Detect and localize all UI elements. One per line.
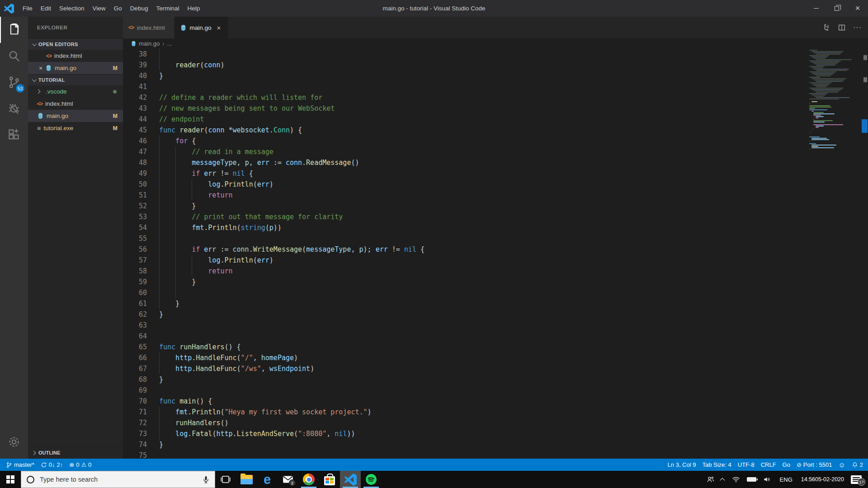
line-number[interactable]: 61 (123, 298, 147, 309)
line-number[interactable]: 58 (123, 266, 147, 277)
line-number[interactable]: 56 (123, 244, 147, 255)
code-line-65[interactable]: 65func runHandlers() { (123, 342, 868, 352)
file-item--vscode[interactable]: .vscode (28, 85, 123, 98)
code-line-68[interactable]: 68} (123, 374, 868, 385)
code-line-64[interactable]: 64 (123, 331, 868, 342)
line-number[interactable]: 41 (123, 81, 147, 92)
people-button[interactable] (703, 471, 718, 488)
code-line-63[interactable]: 63 (123, 320, 868, 331)
code-line-57[interactable]: 57log.Println(err) (123, 255, 868, 266)
menu-help[interactable]: Help (183, 0, 204, 17)
line-number[interactable]: 60 (123, 287, 147, 298)
search-input[interactable] (40, 476, 189, 483)
line-number[interactable]: 43 (123, 103, 147, 114)
code-line-72[interactable]: 72runHandlers() (123, 418, 868, 428)
tab-close-icon[interactable]: × (215, 23, 223, 33)
code-line-47[interactable]: 47// read in a message (123, 146, 868, 157)
line-number[interactable]: 69 (123, 385, 147, 396)
close-editor-icon[interactable]: × (37, 65, 44, 72)
code-line-39[interactable]: 39reader(conn) (123, 60, 868, 70)
eol-item[interactable]: CRLF (758, 459, 779, 471)
line-number[interactable]: 73 (123, 428, 147, 439)
menu-go[interactable]: Go (110, 0, 126, 17)
line-number[interactable]: 64 (123, 331, 147, 342)
extensions-activity-button[interactable] (0, 122, 28, 148)
menu-debug[interactable]: Debug (126, 0, 152, 17)
line-number[interactable]: 67 (123, 363, 147, 374)
code-line-58[interactable]: 58return (123, 266, 868, 277)
line-number[interactable]: 44 (123, 114, 147, 125)
taskbar-search[interactable] (21, 471, 215, 488)
start-button[interactable] (0, 471, 21, 488)
line-number[interactable]: 66 (123, 352, 147, 363)
tab-size-item[interactable]: Tab Size: 4 (699, 459, 734, 471)
code-line-67[interactable]: 67http.HandleFunc("/ws", wsEndpoint) (123, 363, 868, 374)
breadcrumb[interactable]: main.go › ... (123, 38, 868, 49)
breadcrumb-symbol[interactable]: ... (167, 40, 172, 47)
line-number[interactable]: 50 (123, 179, 147, 190)
line-number[interactable]: 40 (123, 70, 147, 81)
editor-scrollbar[interactable] (860, 49, 868, 459)
file-item-index-html[interactable]: <>index.html (28, 50, 123, 62)
live-server-port-item[interactable]: ⊘ Port : 5501 (793, 459, 835, 471)
line-number[interactable]: 75 (123, 450, 147, 459)
code-line-38[interactable]: 38 (123, 49, 868, 60)
breadcrumb-file[interactable]: main.go (139, 40, 160, 47)
code-line-48[interactable]: 48messageType, p, err := conn.ReadMessag… (123, 157, 868, 168)
line-number[interactable]: 55 (123, 233, 147, 244)
file-item-main-go[interactable]: ×main.goM (28, 62, 123, 74)
folder-section-header[interactable]: TUTORIAL (28, 74, 123, 85)
code-line-71[interactable]: 71fmt.Println("Heya my first web socket … (123, 407, 868, 418)
debug-activity-button[interactable] (0, 95, 28, 122)
problems-item[interactable]: ⊗ 0 ⚠ 0 (66, 459, 94, 471)
more-actions-icon[interactable]: ··· (853, 23, 862, 32)
line-number[interactable]: 63 (123, 320, 147, 331)
line-number[interactable]: 65 (123, 342, 147, 352)
explorer-activity-button[interactable] (0, 17, 28, 43)
cursor-position-item[interactable]: Ln 3, Col 9 (665, 459, 699, 471)
code-line-70[interactable]: 70func main() { (123, 396, 868, 407)
input-language-button[interactable]: ENG (775, 471, 797, 488)
settings-gear-button[interactable] (0, 429, 28, 455)
line-number[interactable]: 46 (123, 136, 147, 146)
code-line-74[interactable]: 74} (123, 439, 868, 450)
line-number[interactable]: 39 (123, 60, 147, 70)
line-number[interactable]: 70 (123, 396, 147, 407)
file-item-main-go[interactable]: main.goM (28, 110, 123, 122)
microphone-icon[interactable] (202, 475, 210, 484)
line-number[interactable]: 38 (123, 49, 147, 60)
menu-view[interactable]: View (89, 0, 110, 17)
code-line-60[interactable]: 60 (123, 287, 868, 298)
volume-button[interactable] (760, 471, 775, 488)
file-explorer-button[interactable] (236, 471, 257, 488)
code-line-56[interactable]: 56if err := conn.WriteMessage(messageTyp… (123, 244, 868, 255)
vscode-taskbar-button[interactable] (340, 471, 361, 488)
minimap[interactable] (809, 49, 860, 459)
code-line-43[interactable]: 43// new messages being sent to our WebS… (123, 103, 868, 114)
language-mode-item[interactable]: Go (779, 459, 793, 471)
clock-button[interactable]: 14:56 05-02-2020 (797, 471, 848, 488)
code-line-54[interactable]: 54fmt.Println(string(p)) (123, 222, 868, 233)
line-number[interactable]: 68 (123, 374, 147, 385)
tab-index-html[interactable]: <> index.html (123, 17, 175, 38)
restore-button[interactable] (826, 0, 847, 17)
code-line-73[interactable]: 73log.Fatal(http.ListenAndServe(":8080",… (123, 428, 868, 439)
sync-changes-item[interactable]: 0↓ 2↑ (38, 459, 66, 471)
chrome-button[interactable] (298, 471, 319, 488)
feedback-item[interactable]: ☺ (835, 459, 848, 471)
open-changes-icon[interactable] (822, 23, 830, 32)
outline-header[interactable]: OUTLINE (28, 446, 123, 459)
line-number[interactable]: 42 (123, 92, 147, 103)
mail-button[interactable]: 2 (278, 471, 298, 488)
close-button[interactable]: × (847, 0, 868, 17)
line-number[interactable]: 51 (123, 190, 147, 201)
code-line-44[interactable]: 44// endpoint (123, 114, 868, 125)
encoding-item[interactable]: UTF-8 (735, 459, 758, 471)
menu-file[interactable]: File (19, 0, 37, 17)
code-editor[interactable]: 3839reader(conn)40}4142// define a reade… (123, 49, 868, 459)
code-line-45[interactable]: 45func reader(conn *websocket.Conn) { (123, 125, 868, 136)
line-number[interactable]: 74 (123, 439, 147, 450)
line-number[interactable]: 49 (123, 168, 147, 179)
search-activity-button[interactable] (0, 43, 28, 69)
code-line-69[interactable]: 69 (123, 385, 868, 396)
